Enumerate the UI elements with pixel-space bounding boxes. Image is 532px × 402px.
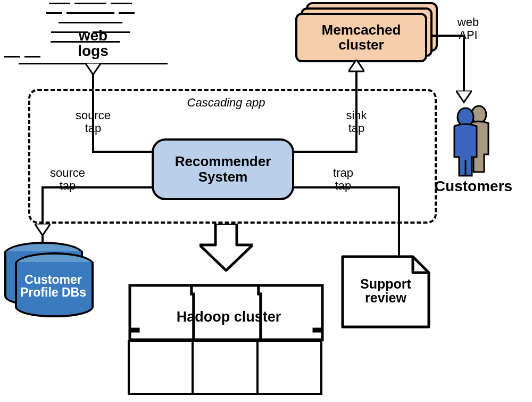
customers-label: Customers [434,178,513,194]
sink-tap-a: sink [327,109,386,122]
tap-label: sink tap [327,109,386,135]
funnel-arrow-icon [85,63,101,89]
web-api-label-2: API [450,29,487,42]
web-logs-label-1: web [61,28,125,43]
customer-db-label-1: Customer [13,273,93,286]
memcached-label-2: cluster [322,38,401,52]
hadoop-cluster-icon [128,283,325,395]
customers-icon [442,104,500,178]
down-arrow-icon [200,224,253,272]
source-tap-1a: source [64,109,122,122]
customer-db-label-2: Profile DBs [13,286,93,299]
trap-tap-b: tap [314,179,372,192]
source-tap-1b: tap [64,122,122,135]
web-logs-label: web logs [61,28,125,59]
cascading-app-title: Cascading app [160,96,293,110]
support-review-label-1: Support [348,277,423,291]
source-tap-2a: source [38,167,97,179]
sink-tap-b: tap [327,122,386,135]
source-tap-2b: tap [38,179,97,192]
support-review-label-2: review [348,291,423,305]
recommender-system-box: Recommender System [152,138,294,200]
customer-db-label: Customer Profile DBs [13,273,93,299]
funnel-arrow-icon [348,60,364,91]
tap-label: source tap [64,109,122,135]
trap-tap-a: trap [314,167,372,179]
recommender-label-1: Recommender [175,154,271,169]
hadoop-cluster-label: Hadoop cluster [154,309,303,325]
web-api-label-1: web [450,16,487,29]
tap-label: trap tap [314,167,372,192]
recommender-label-2: System [175,169,271,185]
tap-label: source tap [38,167,97,192]
memcached-label-1: Memcached [322,23,401,37]
web-logs-label-2: logs [61,43,125,59]
support-review-label: Support review [348,277,423,305]
web-api-label: web API [450,16,487,42]
memcached-card-front: Memcached cluster [295,13,427,62]
